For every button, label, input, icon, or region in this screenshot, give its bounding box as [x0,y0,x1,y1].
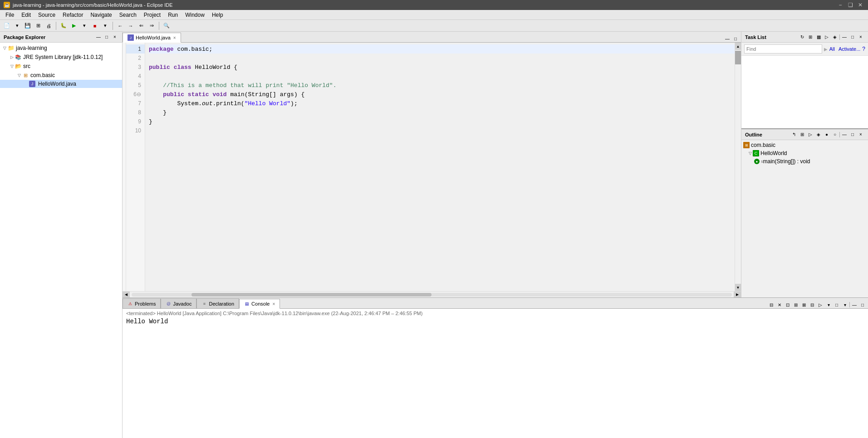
toolbar-dropdown-1[interactable]: ▾ [12,21,22,31]
h-scroll-thumb[interactable] [191,293,432,297]
horizontal-scrollbar[interactable]: ◀ ▶ [123,291,741,297]
outline-item-method[interactable]: ● s main(String[]) : void [741,157,868,165]
console-btn-10[interactable]: ▾ [841,301,848,308]
restore-button[interactable]: ❑ [846,1,854,9]
editor-tab-helloworld[interactable]: J HelloWorld.java × [123,33,181,43]
minimize-panel-button[interactable]: — [95,34,102,41]
menu-window[interactable]: Window [181,10,208,20]
back-button[interactable]: ← [115,21,125,31]
outline-maximize[interactable]: □ [849,131,856,138]
run-dropdown[interactable]: ▾ [79,21,89,31]
project-arrow[interactable]: ▽ [2,46,7,50]
scroll-right-button[interactable]: ▶ [734,292,741,298]
tree-item-helloworld[interactable]: ▷ J HelloWorld.java [0,80,122,88]
menu-refactor[interactable]: Refactor [59,10,87,20]
stop-button[interactable]: ■ [90,21,100,31]
scroll-left-button[interactable]: ◀ [123,292,130,298]
task-list-close[interactable]: × [857,34,864,41]
menu-run[interactable]: Run [164,10,181,20]
console-btn-6[interactable]: ⊟ [809,301,816,308]
tab-console[interactable]: ▤ Console × [239,299,280,309]
print-button[interactable]: 🖨 [44,21,54,31]
console-btn-8[interactable]: ▾ [825,301,832,308]
console-maximize[interactable]: □ [859,301,866,308]
task-list-minimize[interactable]: — [841,34,848,41]
console-btn-9[interactable]: □ [833,301,840,308]
console-btn-2[interactable]: ✕ [776,301,783,308]
console-btn-3[interactable]: ⊡ [784,301,791,308]
menu-file[interactable]: File [2,10,18,20]
tab-problems[interactable]: ⚠ Problems [123,298,161,308]
scroll-thumb[interactable] [735,51,741,64]
outline-btn-4[interactable]: ◈ [815,131,822,138]
code-content[interactable]: package com.basic; public class HelloWor… [145,43,735,291]
find-input[interactable] [744,44,822,54]
editor-minimize-button[interactable]: — [724,35,731,42]
task-list-toolbar-btn-2[interactable]: ⊞ [807,34,814,41]
menu-project[interactable]: Project [140,10,164,20]
scroll-up-button[interactable]: ▲ [735,43,741,50]
tab-declaration[interactable]: ≡ Declaration [196,298,239,308]
save-all-button[interactable]: ⊞ [33,21,43,31]
outline-btn-5[interactable]: ● [823,131,830,138]
help-button[interactable]: ? [862,46,865,52]
search-button[interactable]: 🔍 [162,21,172,31]
task-list-toolbar-btn-1[interactable]: ↻ [799,34,806,41]
menu-search[interactable]: Search [116,10,140,20]
editor-maximize-button[interactable]: □ [732,35,739,42]
class-expand-arrow[interactable]: ▽ [749,151,752,156]
package-arrow[interactable]: ▽ [16,73,22,78]
activate-link[interactable]: Activate... [839,46,860,52]
src-arrow[interactable]: ▽ [9,64,15,68]
scroll-down-button[interactable]: ▼ [735,284,741,291]
stop-dropdown[interactable]: ▾ [100,21,110,31]
console-sep [849,302,850,307]
task-list-toolbar-btn-5[interactable]: ◈ [831,34,839,41]
minimize-button[interactable]: − [836,1,844,9]
jre-arrow[interactable]: ▷ [9,55,15,59]
console-btn-7[interactable]: ▷ [817,301,824,308]
outline-btn-6[interactable]: ○ [831,131,839,138]
forward-button[interactable]: → [126,21,136,31]
tree-item-src[interactable]: ▽ 📂 src [0,62,122,71]
console-btn-1[interactable]: ⊟ [768,301,775,308]
next-edit-button[interactable]: ⇒ [147,21,157,31]
tree-item-jre[interactable]: ▷ 📚 JRE System Library [jdk-11.0.12] [0,53,122,62]
maximize-panel-button[interactable]: □ [103,34,110,41]
all-link[interactable]: All [829,46,835,52]
outline-minimize[interactable]: — [841,131,848,138]
tab-close-button[interactable]: × [173,35,176,40]
tab-javadoc[interactable]: @ Javadoc [161,298,196,308]
outline-item-class[interactable]: ▽ C HelloWorld [741,149,868,157]
h-scroll-track[interactable] [132,293,732,297]
new-button[interactable]: 📄 [2,21,12,31]
task-list-toolbar-btn-4[interactable]: ▷ [823,34,830,41]
console-tab-close[interactable]: × [272,302,275,307]
debug-button[interactable]: 🐛 [59,21,69,31]
menu-source[interactable]: Source [34,10,59,20]
vertical-scrollbar[interactable]: ▲ ▼ [735,43,741,291]
outline-item-package[interactable]: ⊞ com.basic [741,141,868,149]
prev-edit-button[interactable]: ⇐ [136,21,146,31]
close-button[interactable]: ✕ [856,1,864,9]
tree-item-project[interactable]: ▽ 📁 java-learning [0,44,122,53]
outline-close[interactable]: × [857,131,864,138]
scroll-track[interactable] [735,50,741,284]
outline-btn-2[interactable]: ⊞ [799,131,806,138]
menu-navigate[interactable]: Navigate [87,10,115,20]
task-list-toolbar-btn-3[interactable]: ▦ [815,34,822,41]
console-btn-5[interactable]: ⊠ [800,301,808,308]
problems-label: Problems [135,301,156,307]
tree-item-package[interactable]: ▽ ⊞ com.basic [0,71,122,80]
console-minimize[interactable]: — [851,301,858,308]
menu-edit[interactable]: Edit [18,10,34,20]
outline-btn-1[interactable]: ↰ [790,131,798,138]
save-button[interactable]: 💾 [23,21,33,31]
close-panel-button[interactable]: × [111,34,118,41]
task-list-maximize[interactable]: □ [849,34,856,41]
run-button[interactable]: ▶ [69,21,79,31]
code-editor[interactable]: 1 2 3 4 5 6⊖ 7 8 9 10 [123,43,741,291]
menu-help[interactable]: Help [208,10,227,20]
outline-btn-3[interactable]: ▷ [807,131,814,138]
console-btn-4[interactable]: ⊞ [792,301,799,308]
